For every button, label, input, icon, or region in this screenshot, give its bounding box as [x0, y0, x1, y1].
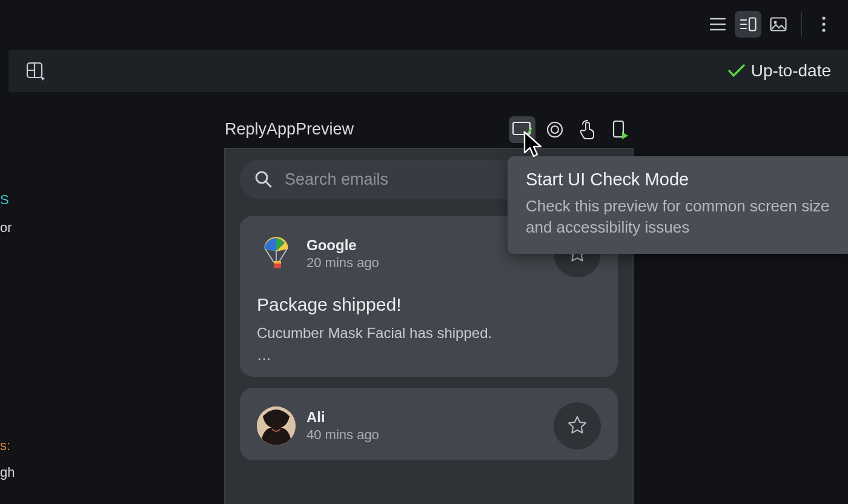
svg-point-9 [548, 122, 562, 137]
layout-icon [25, 61, 45, 81]
left-code-strip: S or s: gh [0, 97, 16, 491]
check-icon [728, 64, 745, 78]
split-view-button[interactable] [735, 11, 761, 38]
avatar [257, 234, 296, 273]
interactive-button[interactable] [574, 116, 601, 143]
touch-icon [579, 120, 596, 139]
layout-button[interactable] [25, 61, 45, 81]
hamburger-button[interactable] [704, 11, 731, 38]
email-subject: Package shipped! [257, 294, 601, 315]
email-card[interactable]: Ali 40 mins ago [240, 388, 618, 460]
more-button[interactable] [810, 11, 837, 38]
star-button[interactable] [554, 402, 601, 449]
tooltip: Start UI Check Mode Check this preview f… [508, 156, 848, 254]
split-view-icon [740, 17, 757, 31]
svg-rect-11 [614, 121, 623, 137]
svg-rect-1 [771, 18, 786, 31]
svg-point-3 [822, 16, 825, 19]
more-vertical-icon [821, 16, 826, 33]
run-device-button[interactable] [607, 116, 634, 143]
top-toolbar [0, 0, 848, 48]
status-label: Up-to-date [751, 61, 831, 81]
svg-point-19 [271, 422, 274, 425]
svg-marker-12 [622, 132, 628, 139]
tooltip-body: Check this preview for common screen siz… [526, 196, 830, 238]
image-view-button[interactable] [765, 11, 792, 38]
email-body: Cucumber Mask Facial has shipped. … [257, 322, 601, 366]
avatar [257, 406, 296, 445]
email-sender: Ali [306, 409, 554, 426]
svg-rect-0 [749, 18, 756, 31]
avatar-photo [257, 406, 296, 445]
ui-check-button[interactable] [509, 116, 535, 143]
build-status: Up-to-date [728, 61, 831, 81]
search-icon [254, 170, 273, 188]
svg-point-5 [822, 28, 825, 31]
email-time: 40 mins ago [306, 427, 554, 443]
hamburger-icon [710, 18, 726, 31]
email-time: 20 mins ago [306, 255, 554, 271]
svg-point-2 [774, 21, 777, 24]
svg-point-10 [551, 126, 558, 133]
animation-icon [546, 121, 564, 139]
svg-point-4 [822, 22, 825, 25]
star-icon [567, 416, 588, 436]
image-icon [770, 17, 787, 31]
preview-toolbar [509, 116, 634, 143]
tooltip-title: Start UI Check Mode [526, 170, 830, 190]
status-bar: Up-to-date [8, 50, 848, 92]
device-run-icon [612, 120, 628, 139]
parachute-icon [259, 236, 293, 272]
preview-title: ReplyAppPreview [225, 120, 354, 139]
svg-point-20 [279, 422, 282, 425]
toolbar-divider [801, 12, 802, 36]
animation-button[interactable] [542, 116, 568, 143]
svg-rect-15 [274, 261, 281, 264]
display-check-icon [512, 121, 532, 138]
